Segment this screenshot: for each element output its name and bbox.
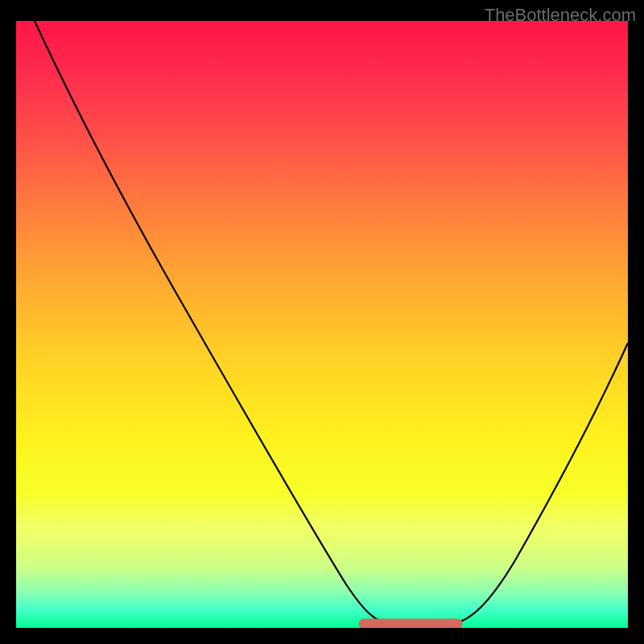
chart-plot-area	[16, 21, 628, 628]
watermark-text: TheBottleneck.com	[485, 5, 636, 26]
